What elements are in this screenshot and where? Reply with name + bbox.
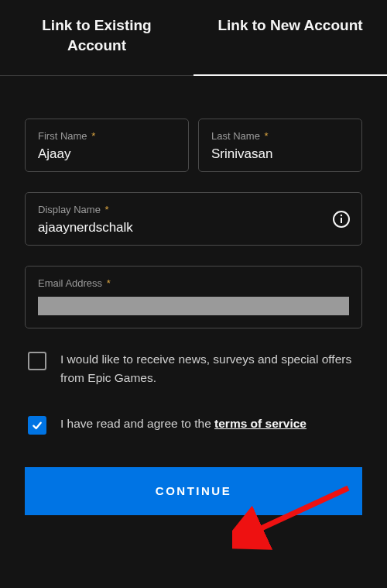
svg-point-2 [341, 215, 342, 216]
display-name-field[interactable]: Display Name * [25, 192, 362, 246]
news-checkbox-label: I would like to receive news, surveys an… [60, 350, 359, 387]
news-checkbox[interactable] [28, 352, 46, 370]
info-icon[interactable] [332, 210, 351, 229]
tos-link[interactable]: terms of service [214, 417, 307, 430]
last-name-input[interactable] [211, 146, 349, 162]
tos-checkbox-label: I have read and agree to the terms of se… [60, 414, 307, 432]
first-name-label: First Name * [38, 130, 176, 142]
email-field[interactable]: Email Address * [25, 266, 362, 328]
display-name-label: Display Name * [38, 204, 330, 215]
last-name-label: Last Name * [211, 130, 349, 142]
tab-link-existing[interactable]: Link to Existing Account [0, 15, 194, 76]
display-name-input[interactable] [38, 220, 330, 236]
first-name-input[interactable] [38, 146, 176, 162]
signup-form: First Name * Last Name * Display Name * [0, 76, 387, 515]
last-name-field[interactable]: Last Name * [198, 119, 362, 172]
account-link-tabs: Link to Existing Account Link to New Acc… [0, 0, 387, 76]
email-input-redacted[interactable] [38, 297, 349, 315]
email-label: Email Address * [38, 277, 349, 289]
first-name-field[interactable]: First Name * [25, 119, 189, 172]
tab-link-new[interactable]: Link to New Account [194, 15, 387, 76]
tos-checkbox[interactable] [28, 416, 46, 435]
continue-button[interactable]: CONTINUE [25, 467, 362, 515]
